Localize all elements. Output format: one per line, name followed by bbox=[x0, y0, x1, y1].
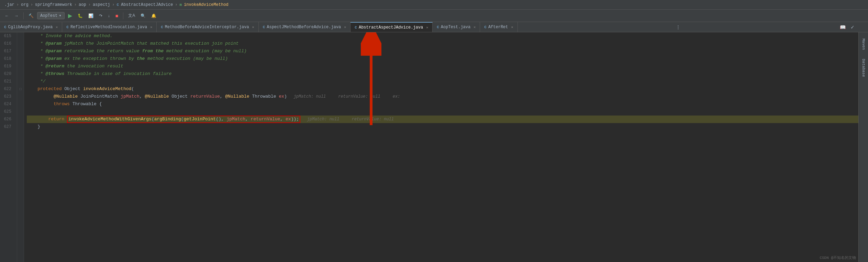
breadcrumb-method-name[interactable]: invokeAdviceMethod bbox=[184, 2, 229, 7]
tab-close-aspectj-before[interactable]: ✕ bbox=[344, 25, 346, 29]
breadcrumb-bar: .jar › org › springframework › aop › asp… bbox=[0, 0, 868, 10]
breadcrumb-jar: .jar bbox=[4, 2, 14, 7]
breadcrumb-sep-6: › bbox=[175, 2, 177, 7]
tab-label-after-ret: AfterRet bbox=[488, 25, 508, 30]
tab-close-aop-test[interactable]: ✕ bbox=[474, 25, 476, 29]
breadcrumb-method-icon: m bbox=[180, 3, 182, 7]
breadcrumb-aop[interactable]: aop bbox=[79, 2, 86, 7]
run-button[interactable]: ▶ bbox=[66, 11, 74, 20]
tab-abstract-aspectj-advice[interactable]: C AbstractAspectJAdvice.java ✕ bbox=[350, 22, 433, 32]
breadcrumb-sep-4: › bbox=[88, 2, 91, 7]
tab-method-before-advice-interceptor[interactable]: C MethodBeforeAdviceInterceptor.java ✕ bbox=[157, 22, 258, 32]
debug-button[interactable]: 🐛 bbox=[76, 12, 85, 19]
step-over-button[interactable]: ↷ bbox=[97, 12, 104, 19]
maven-panel-label[interactable]: Maven bbox=[860, 36, 867, 53]
line-num-621: 621 bbox=[0, 78, 14, 85]
editor-top-right-icons: 📖 ✓ bbox=[838, 22, 868, 32]
line-num-622: 622 bbox=[0, 85, 14, 93]
coverage-button[interactable]: 📊 bbox=[86, 12, 96, 19]
breadcrumb-org[interactable]: org bbox=[21, 2, 29, 7]
check-button[interactable]: ✓ bbox=[849, 24, 856, 31]
tab-more-button[interactable]: ⋮ bbox=[673, 22, 683, 32]
search-button[interactable]: 🔍 bbox=[138, 12, 148, 19]
tab-after-ret[interactable]: C AfterRet ✕ bbox=[480, 22, 518, 32]
tab-close-after-ret[interactable]: ✕ bbox=[511, 25, 513, 29]
code-617-text: * @param returnValue the return value fr… bbox=[27, 47, 247, 55]
back-button[interactable]: ← bbox=[3, 12, 11, 19]
right-panel: Maven Database bbox=[858, 32, 868, 262]
watermark: CSDN @不知名的文物 bbox=[820, 255, 856, 260]
code-624-text: throws Throwable { bbox=[27, 100, 102, 108]
line-num-615: 615 bbox=[0, 32, 14, 40]
gutter-619 bbox=[17, 63, 24, 70]
tab-label-cglib: CglibAopProxy.java bbox=[8, 25, 53, 30]
tab-label-aspectj-before: AspectJMethodBeforeAdvice.java bbox=[267, 25, 341, 30]
tab-aspectj-method-before-advice[interactable]: C AspectJMethodBeforeAdvice.java ✕ bbox=[259, 22, 351, 32]
stop-button[interactable]: ■ bbox=[113, 12, 120, 20]
tab-icon-interceptor: C bbox=[161, 25, 163, 29]
breadcrumb-class-icon: C bbox=[117, 3, 119, 7]
tab-icon-aop-test: C bbox=[437, 25, 439, 29]
breadcrumb-sep-1: › bbox=[16, 2, 19, 7]
gutter-626 bbox=[17, 116, 24, 123]
run-config-selector[interactable]: AopTest ▾ bbox=[37, 12, 65, 19]
code-line-616: * @param jpMatch the JoinPointMatch that… bbox=[27, 40, 868, 47]
forward-button[interactable]: → bbox=[12, 12, 21, 19]
line-num-627: 627 bbox=[0, 123, 14, 131]
tab-close-abstract-advice[interactable]: ✕ bbox=[426, 25, 428, 30]
build-button[interactable]: 🔨 bbox=[26, 12, 36, 19]
gutter-622: □ bbox=[17, 85, 24, 93]
tab-close-interceptor[interactable]: ✕ bbox=[252, 25, 254, 29]
gutter-618 bbox=[17, 55, 24, 63]
line-num-620: 620 bbox=[0, 70, 14, 78]
breadcrumb-class-name[interactable]: AbstractAspectJAdvice bbox=[121, 2, 173, 7]
gutter-621 bbox=[17, 78, 24, 85]
gutter-616 bbox=[17, 40, 24, 47]
code-line-625 bbox=[27, 108, 868, 116]
code-line-617: * @param returnValue the return value fr… bbox=[27, 47, 868, 55]
toolbar-sep-1 bbox=[23, 12, 24, 19]
tab-label-aop-test: AopTest.java bbox=[441, 25, 470, 30]
tab-aop-test[interactable]: C AopTest.java ✕ bbox=[433, 22, 480, 32]
code-616-text: * @param jpMatch the JoinPointMatch that… bbox=[27, 40, 238, 47]
line-num-624: 624 bbox=[0, 100, 14, 108]
tab-more-icon: ⋮ bbox=[676, 24, 680, 30]
breadcrumb-sep-3: › bbox=[74, 2, 77, 7]
line-num-618: 618 bbox=[0, 55, 14, 63]
update-button[interactable]: 🔔 bbox=[149, 12, 158, 19]
breadcrumb-aspectj[interactable]: aspectj bbox=[93, 2, 110, 7]
tab-label-abstract-advice: AbstractAspectJAdvice.java bbox=[359, 25, 423, 30]
gutter-624 bbox=[17, 100, 24, 108]
code-627-text: } bbox=[27, 123, 40, 131]
gutter: □ bbox=[17, 32, 24, 262]
code-line-627: } bbox=[27, 123, 868, 131]
translate-button[interactable]: 文A bbox=[126, 12, 137, 20]
editor-container: 615 616 617 618 619 620 621 622 623 624 … bbox=[0, 32, 868, 262]
code-615-text: * Invoke the advice method. bbox=[27, 32, 113, 40]
gutter-623 bbox=[17, 93, 24, 100]
code-622-text: protected Object invokeAdviceMethod( bbox=[27, 85, 134, 93]
database-panel-label[interactable]: Database bbox=[860, 56, 867, 80]
toolbar-sep-2 bbox=[123, 12, 123, 19]
breadcrumb-sep-2: › bbox=[31, 2, 33, 7]
reader-mode-button[interactable]: 📖 bbox=[838, 24, 847, 31]
tab-cglib-aop-proxy[interactable]: C CglibAopProxy.java ✕ bbox=[0, 22, 62, 32]
run-config-dropdown-icon: ▾ bbox=[59, 13, 61, 18]
run-config-label: AopTest bbox=[40, 13, 57, 18]
code-line-618: * @param ex the exception thrown by the … bbox=[27, 55, 868, 63]
breadcrumb-springframework[interactable]: springframework bbox=[35, 2, 72, 7]
step-into-button[interactable]: ↓ bbox=[106, 12, 112, 19]
tabs-bar: C CglibAopProxy.java ✕ C ReflectiveMetho… bbox=[0, 22, 868, 32]
tab-close-cglib[interactable]: ✕ bbox=[56, 25, 58, 29]
code-line-620: * @throws Throwable in case of invocatio… bbox=[27, 70, 868, 78]
tab-icon-abstract-advice: C bbox=[355, 25, 357, 30]
gutter-617 bbox=[17, 47, 24, 55]
tab-close-reflective[interactable]: ✕ bbox=[150, 25, 152, 29]
toolbar: ← → 🔨 AopTest ▾ ▶ 🐛 📊 ↷ ↓ ■ 文A 🔍 🔔 bbox=[0, 10, 868, 22]
code-area[interactable]: * Invoke the advice method. * @param jpM… bbox=[24, 32, 868, 262]
code-621-text: */ bbox=[27, 78, 46, 85]
gutter-627 bbox=[17, 123, 24, 131]
breadcrumb-sep-5: › bbox=[112, 2, 114, 7]
code-line-624: throws Throwable { bbox=[27, 100, 868, 108]
tab-reflective-method-invocation[interactable]: C ReflectiveMethodInvocation.java ✕ bbox=[62, 22, 157, 32]
